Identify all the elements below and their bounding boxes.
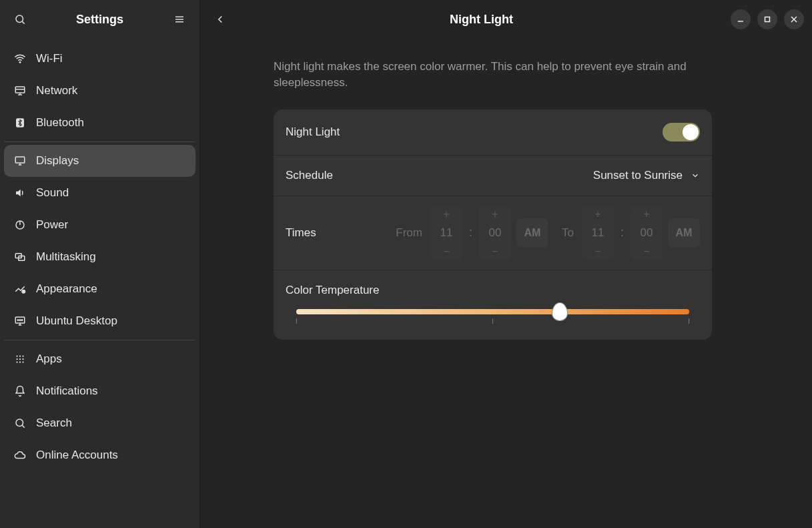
search-button[interactable] [8, 13, 32, 25]
sidebar-item-label: Online Accounts [36, 449, 118, 462]
content: Night light makes the screen color warme… [200, 39, 812, 340]
colon: : [468, 226, 474, 240]
sidebar-item-wi-fi[interactable]: Wi-Fi [4, 43, 195, 75]
svg-point-22 [21, 320, 23, 321]
svg-point-34 [16, 419, 23, 427]
sidebar-item-apps[interactable]: Apps [4, 343, 195, 375]
sidebar-item-displays[interactable]: Displays [4, 145, 195, 177]
sidebar-item-sound[interactable]: Sound [4, 177, 195, 209]
chevron-down-icon [691, 171, 700, 180]
svg-rect-11 [15, 157, 25, 163]
svg-line-1 [22, 21, 24, 23]
from-label: From [396, 226, 422, 240]
hamburger-icon [173, 13, 185, 25]
to-min-stepper[interactable]: + 00 − [631, 206, 663, 260]
sidebar-item-appearance[interactable]: Appearance [4, 273, 195, 305]
from-ampm-toggle[interactable]: AM [516, 218, 548, 248]
multitask-icon [13, 250, 27, 264]
chevron-left-icon [214, 13, 226, 25]
sidebar-item-network[interactable]: Network [4, 75, 195, 107]
to-min-value: 00 [631, 223, 663, 243]
hamburger-button[interactable] [167, 13, 191, 25]
close-button[interactable] [784, 9, 804, 29]
settings-panel: Night Light Schedule Sunset to Sunrise T… [274, 109, 712, 340]
sidebar-item-label: Multitasking [36, 250, 96, 264]
sidebar-item-label: Bluetooth [36, 116, 84, 129]
sidebar-item-ubuntu-desktop[interactable]: Ubuntu Desktop [4, 305, 195, 337]
svg-point-27 [22, 355, 23, 356]
from-min-value: 00 [479, 223, 511, 243]
svg-point-29 [19, 358, 21, 360]
sidebar-item-label: Search [36, 417, 72, 430]
sidebar-item-label: Wi-Fi [36, 52, 63, 65]
to-hour-stepper[interactable]: + 11 − [582, 206, 614, 260]
sidebar: Settings Wi-FiNetworkBluetoothDisplaysSo… [0, 0, 200, 528]
back-button[interactable] [208, 7, 232, 31]
power-icon [13, 218, 27, 232]
svg-rect-10 [16, 118, 24, 127]
minus-icon[interactable]: − [582, 243, 614, 260]
sidebar-item-label: Sound [36, 186, 69, 200]
sidebar-item-label: Appearance [36, 282, 97, 296]
from-hour-value: 11 [430, 223, 462, 243]
color-temperature-slider[interactable] [286, 309, 700, 324]
svg-point-28 [16, 358, 17, 360]
close-icon [790, 15, 798, 23]
window-controls [731, 9, 804, 29]
sidebar-title: Settings [32, 13, 167, 27]
sidebar-item-multitasking[interactable]: Multitasking [4, 241, 195, 273]
svg-point-25 [16, 355, 17, 356]
plus-icon[interactable]: + [479, 206, 511, 223]
svg-rect-6 [15, 87, 25, 93]
search-icon [14, 13, 26, 25]
sidebar-item-notifications[interactable]: Notifications [4, 375, 195, 407]
toggle-knob [683, 124, 699, 140]
sidebar-item-label: Displays [36, 154, 79, 168]
appearance-icon [13, 282, 27, 296]
maximize-button[interactable] [757, 9, 777, 29]
sidebar-item-label: Power [36, 218, 68, 232]
sidebar-item-online-accounts[interactable]: Online Accounts [4, 439, 195, 471]
color-temperature-row: Color Temperature [274, 270, 712, 340]
svg-point-5 [19, 62, 21, 63]
minus-icon[interactable]: − [430, 243, 462, 260]
to-hour-value: 11 [582, 223, 614, 243]
from-hour-stepper[interactable]: + 11 − [430, 206, 462, 260]
sidebar-item-bluetooth[interactable]: Bluetooth [4, 107, 195, 139]
slider-track [296, 309, 689, 314]
times-controls: From + 11 − : + 00 − AM To + [393, 206, 700, 260]
schedule-row: Schedule Sunset to Sunrise [274, 156, 712, 196]
night-light-label: Night Light [286, 125, 663, 139]
ubuntu-icon [13, 314, 27, 328]
description-text: Night light makes the screen color warme… [274, 59, 712, 91]
plus-icon[interactable]: + [430, 206, 462, 223]
svg-point-30 [22, 358, 23, 360]
sidebar-item-search[interactable]: Search [4, 407, 195, 439]
maximize-icon [763, 15, 771, 23]
sidebar-separator [4, 142, 195, 142]
slider-thumb[interactable] [552, 302, 568, 321]
slider-ticks [296, 318, 689, 324]
sidebar-item-label: Notifications [36, 384, 98, 398]
svg-point-18 [22, 290, 25, 294]
svg-rect-19 [15, 317, 25, 323]
schedule-dropdown[interactable]: Sunset to Sunrise [593, 169, 700, 182]
bluetooth-icon [13, 116, 27, 129]
svg-rect-17 [19, 256, 25, 261]
minus-icon[interactable]: − [479, 243, 511, 260]
svg-point-26 [19, 355, 21, 356]
night-light-toggle[interactable] [663, 123, 700, 142]
schedule-value: Sunset to Sunrise [593, 169, 683, 182]
to-ampm-toggle[interactable]: AM [668, 218, 700, 248]
minus-icon[interactable]: − [631, 243, 663, 260]
from-min-stepper[interactable]: + 00 − [479, 206, 511, 260]
minimize-button[interactable] [731, 9, 751, 29]
plus-icon[interactable]: + [631, 206, 663, 223]
svg-point-33 [22, 361, 23, 362]
sound-icon [13, 186, 27, 200]
search-icon [13, 417, 27, 430]
sidebar-item-power[interactable]: Power [4, 209, 195, 241]
plus-icon[interactable]: + [582, 206, 614, 223]
cloud-icon [13, 449, 27, 462]
svg-point-21 [19, 320, 21, 321]
